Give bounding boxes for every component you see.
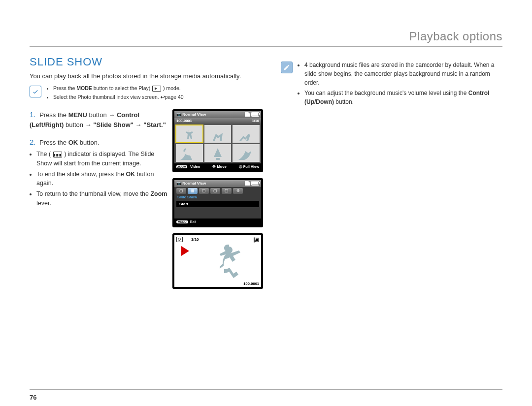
move-icon: ✥: [212, 164, 216, 169]
thumbnail-3: [233, 125, 260, 143]
step-1: 1. Press the MENU button → Control (Left…: [30, 109, 167, 289]
right-column: 4 background music files are stored in t…: [281, 56, 502, 297]
step2-bullet-1: The ( ) indicator is displayed. The Slid…: [36, 150, 167, 168]
pencil-note-icon: [281, 62, 293, 73]
slideshow-indicator-icon: [53, 152, 62, 157]
bottom-video-label: Video: [190, 164, 200, 169]
photo-icon: [176, 237, 183, 242]
page-header: Playback options: [30, 30, 502, 47]
menu-tab-3: ▢: [199, 188, 209, 194]
section-title: SLIDE SHOW: [30, 56, 266, 68]
slideshow-counter: 1/10: [191, 237, 199, 242]
menu-tab-4: ▢: [210, 188, 220, 194]
section-intro: You can play back all the photos stored …: [30, 72, 266, 80]
step2-bullet-3: To return to the thumbnail view, move th…: [36, 189, 167, 208]
battery-icon: [251, 181, 259, 186]
thumbnail-4: [176, 144, 203, 162]
prereq-line-1: Press the MODE button to select the Play…: [53, 85, 184, 93]
menu-tab-5: ▢: [222, 188, 232, 194]
battery-icon: [251, 112, 259, 117]
screen-menu: 📷 Normal View ▢ ▦ ▢ ▢: [172, 178, 263, 227]
note-bullet-1: 4 background music files are stored in t…: [304, 61, 502, 87]
screen-thumbnail-grid: 📷 Normal View 100-0001 1/10: [172, 109, 263, 172]
menu-exit-label: Exit: [190, 219, 197, 224]
menu-label-slideshow: Slide Show: [177, 195, 259, 199]
menu-tab-6: ⊕: [233, 188, 243, 194]
screen-slideshow-playing: ▦ 1/10 ▣: [172, 233, 263, 289]
prereq-line-2: Select the Photo thumbnail index view sc…: [53, 94, 184, 101]
header-title: Playback options: [409, 30, 502, 43]
menu-tab-1: ▢: [176, 188, 186, 194]
play-indicator-icon: [181, 246, 189, 256]
play-mode-icon: [152, 86, 161, 92]
fullview-icon: ◎: [239, 164, 242, 169]
prerequisite-note: Press the MODE button to select the Play…: [30, 85, 266, 102]
battery-icon: [254, 237, 255, 243]
step2-bullet-2: To end the slide show, press the OK butt…: [36, 170, 167, 188]
zoom-tag: ZOOM: [176, 165, 187, 168]
menu-item-start: Start: [176, 201, 259, 207]
left-column: SLIDE SHOW You can play back all the pho…: [30, 56, 266, 297]
slideshow-folder-label: 100-0001: [243, 281, 259, 286]
note-bullet-2: You can adjust the background music's vo…: [304, 89, 502, 106]
menu-button-label: MENU: [176, 220, 188, 223]
page-number: 76: [30, 389, 502, 401]
photo-mode-icon: 📷: [176, 112, 181, 117]
check-icon: [30, 86, 41, 97]
slideshow-icon: ▦: [185, 237, 189, 242]
photo-mode-icon: 📷: [176, 181, 181, 186]
thumbnail-2: [204, 125, 232, 143]
thumbnail-5: [204, 144, 232, 162]
storage-icon: [245, 112, 250, 117]
thumbnail-6: [233, 144, 260, 162]
page-ref-icon: ↪: [161, 94, 165, 101]
menu-tab-slideshow: ▦: [188, 188, 198, 194]
photo-silhouette: [207, 241, 251, 285]
folder-label: 100-0001: [176, 119, 192, 123]
thumbnail-1: [176, 125, 203, 143]
storage-icon: [245, 181, 250, 186]
info-note: 4 background music files are stored in t…: [281, 61, 502, 108]
photo-counter: 1/10: [252, 119, 259, 123]
